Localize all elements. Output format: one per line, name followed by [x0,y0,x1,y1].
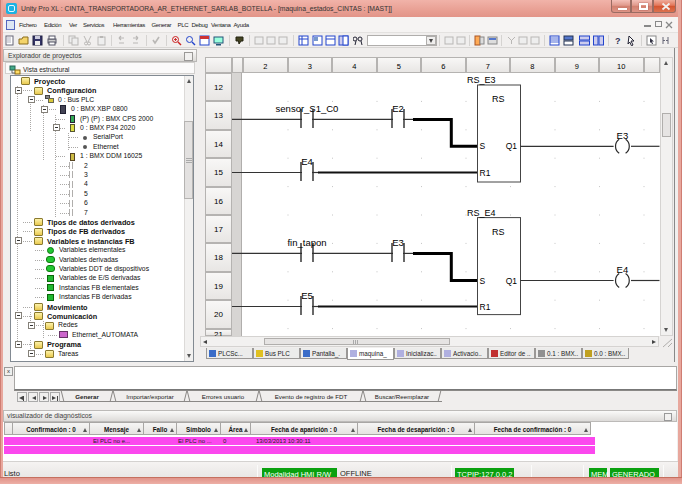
svg-text:Q1: Q1 [506,276,518,286]
svg-text:E4: E4 [617,264,629,275]
svg-text:RS_E4: RS_E4 [467,208,496,218]
svg-text:E3: E3 [617,130,629,141]
svg-text:E2: E2 [392,103,404,114]
svg-text:?: ? [615,36,621,46]
svg-text:E3: E3 [392,237,404,248]
svg-text:S: S [480,276,486,286]
svg-text:E4: E4 [301,156,313,167]
svg-text:E5: E5 [301,290,313,301]
svg-text:R1: R1 [480,302,491,312]
svg-text:RS: RS [492,227,505,237]
svg-text:sensor_S1_C0: sensor_S1_C0 [276,103,339,114]
svg-text:S: S [480,141,486,151]
svg-text:Q1: Q1 [506,141,518,151]
svg-text:R1: R1 [480,168,491,178]
svg-text:RS: RS [492,94,505,104]
svg-text:RS_E3: RS_E3 [467,75,496,85]
svg-text:fin_tapon: fin_tapon [287,237,326,248]
